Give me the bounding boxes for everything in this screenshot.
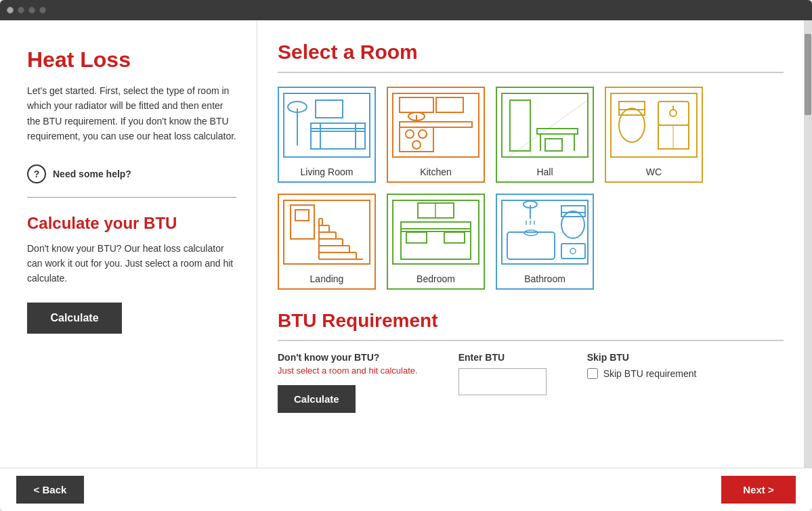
help-label: Need some help? [53, 169, 131, 179]
bathroom-label: Bathroom [524, 269, 565, 288]
btu-heading: BTU Requirement [278, 310, 784, 332]
dot-3 [28, 7, 35, 14]
back-button[interactable]: < Back [16, 476, 84, 504]
svg-rect-52 [401, 229, 471, 259]
svg-rect-29 [658, 102, 689, 125]
content-area: Heat Loss Let's get started. First, sele… [0, 20, 812, 468]
dot-2 [18, 7, 24, 14]
svg-rect-9 [400, 97, 433, 112]
svg-rect-53 [401, 222, 471, 231]
left-panel: Heat Loss Let's get started. First, sele… [0, 20, 257, 468]
divider-room [278, 72, 784, 73]
landing-icon [278, 195, 375, 269]
wc-icon [605, 88, 702, 162]
svg-point-15 [412, 141, 421, 149]
divider-btu [278, 340, 784, 341]
svg-rect-10 [436, 97, 463, 112]
kitchen-label: Kitchen [420, 162, 452, 181]
svg-point-27 [619, 108, 645, 142]
help-icon: ? [27, 164, 46, 183]
calc-text: Don't know your BTU? Our heat loss calcu… [27, 241, 236, 286]
landing-label: Landing [310, 269, 344, 288]
svg-rect-7 [316, 100, 343, 118]
btu-input[interactable] [458, 368, 547, 395]
hall-icon [496, 88, 593, 162]
svg-point-14 [419, 130, 427, 138]
bedroom-label: Bedroom [416, 269, 455, 288]
svg-rect-64 [507, 232, 555, 259]
scrollbar-thumb[interactable] [805, 34, 811, 115]
next-button[interactable]: Next > [721, 476, 796, 504]
titlebar-dots [7, 7, 46, 14]
calculate-btu-button[interactable]: Calculate [278, 385, 356, 413]
bedroom-icon [387, 195, 484, 269]
svg-rect-6 [356, 123, 365, 149]
svg-rect-11 [400, 122, 472, 127]
skip-row: Skip BTU requirement [587, 368, 697, 379]
help-row[interactable]: ? Need some help? [27, 164, 236, 183]
room-card-living-room[interactable]: Living Room [278, 87, 376, 183]
room-card-landing[interactable]: Landing [278, 194, 376, 290]
living-room-label: Living Room [301, 162, 354, 181]
svg-point-70 [570, 248, 576, 254]
skip-btu-checkbox[interactable] [587, 368, 598, 379]
btu-row: Don't know your BTU? Just select a room … [278, 352, 784, 413]
svg-point-68 [561, 211, 584, 238]
svg-rect-4 [311, 123, 365, 131]
svg-rect-69 [561, 244, 585, 259]
svg-rect-55 [444, 232, 465, 243]
divider-left [27, 197, 236, 198]
skip-btu-title: Skip BTU [587, 352, 697, 363]
intro-text: Let's get started. First, select the typ… [27, 83, 236, 144]
calc-btu-title: Calculate your BTU [27, 214, 236, 233]
svg-point-13 [406, 130, 414, 138]
scrollbar-track[interactable] [804, 20, 812, 468]
svg-rect-54 [406, 232, 427, 243]
room-card-bedroom[interactable]: Bedroom [387, 194, 485, 290]
enter-btu-title: Enter BTU [458, 352, 547, 363]
btu-col-enter: Enter BTU [458, 352, 547, 395]
btu-section: BTU Requirement Don't know your BTU? Jus… [278, 310, 784, 413]
room-card-kitchen[interactable]: Kitchen [387, 87, 485, 183]
heat-loss-title: Heat Loss [27, 47, 236, 72]
calculate-left-button[interactable]: Calculate [27, 303, 122, 334]
room-grid: Living Room [278, 87, 784, 290]
right-panel: Select a Room [257, 20, 804, 468]
btu-col-skip: Skip BTU Skip BTU requirement [587, 352, 697, 379]
app-window: Heat Loss Let's get started. First, sele… [0, 0, 812, 511]
svg-rect-5 [311, 123, 320, 149]
dot-4 [39, 7, 46, 14]
svg-rect-36 [295, 210, 309, 221]
btu-dont-know-sub: Just select a room and hit calculate. [278, 365, 418, 376]
titlebar [0, 0, 812, 20]
skip-btu-label: Skip BTU requirement [603, 368, 697, 379]
svg-rect-23 [545, 139, 562, 151]
svg-rect-12 [400, 127, 433, 152]
bathroom-icon [496, 195, 593, 269]
dot-1 [7, 7, 14, 14]
right-with-scroll: Select a Room [257, 20, 812, 468]
room-card-wc[interactable]: WC [605, 87, 703, 183]
living-room-icon [278, 88, 375, 162]
svg-rect-20 [537, 129, 578, 134]
btu-dont-know-title: Don't know your BTU? [278, 352, 418, 363]
wc-label: WC [646, 162, 662, 181]
room-card-bathroom[interactable]: Bathroom [496, 194, 594, 290]
kitchen-icon [387, 88, 484, 162]
btu-col-dont-know: Don't know your BTU? Just select a room … [278, 352, 418, 413]
footer-nav: < Back Next > [0, 468, 812, 511]
hall-label: Hall [536, 162, 553, 181]
select-room-heading: Select a Room [278, 41, 784, 64]
room-card-hall[interactable]: Hall [496, 87, 594, 183]
svg-point-30 [670, 110, 677, 116]
